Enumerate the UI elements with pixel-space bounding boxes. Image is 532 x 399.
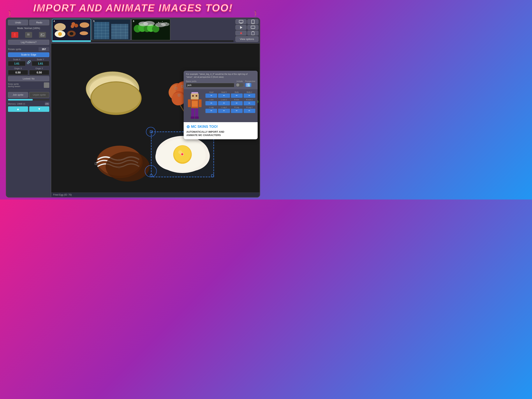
keep-tween-label: Keep spriteduring tween: [8, 83, 20, 87]
tablet-button[interactable]: [247, 19, 258, 24]
head2-button[interactable]: ✏: [218, 94, 230, 98]
nav-arrows: ▲ ▼: [8, 106, 49, 112]
larm-col: L Arm ✏: [205, 99, 217, 105]
play-button[interactable]: [235, 25, 247, 30]
svg-line-3: [14, 36, 15, 37]
svg-rect-62: [252, 32, 254, 35]
larm2-col: L Arm 2 ✏: [218, 99, 230, 105]
progress-bar-container: [8, 99, 49, 101]
nav-down-arrow[interactable]: ▼: [29, 106, 49, 112]
svg-point-46: [143, 21, 155, 26]
unjoin-sprite-button[interactable]: Unjoin sprite: [29, 92, 49, 98]
head-button[interactable]: ✏: [205, 94, 217, 98]
svg-point-51: [166, 23, 166, 23]
svg-point-22: [80, 31, 88, 35]
svg-rect-109: [181, 153, 184, 155]
svg-rect-126: [191, 116, 195, 119]
rarm2-col: R Arm 2 ✏: [244, 99, 255, 105]
perspective-button[interactable]: [245, 83, 251, 87]
tab-6[interactable]: 6: [132, 19, 170, 40]
body2-button[interactable]: ✏: [244, 94, 255, 98]
origin-x-input[interactable]: 0.50: [8, 70, 28, 75]
name-prefix-label: Name prefix: [186, 80, 234, 82]
svg-point-57: [253, 23, 253, 23]
rarm-label: R Arm: [231, 99, 243, 101]
svg-point-17: [80, 22, 89, 28]
keep-tween-checkbox[interactable]: [44, 82, 49, 88]
lleg2-col: L Leg 2 ✏: [218, 106, 230, 113]
lleg-button[interactable]: ✏: [205, 109, 217, 113]
mc-skin-figure: [186, 91, 203, 120]
svg-point-6: [29, 33, 29, 34]
tab-4[interactable]: 4: [52, 19, 91, 40]
svg-rect-112: [247, 83, 248, 85]
right-toolbar: ★ View options: [234, 18, 260, 43]
tab-5[interactable]: 5: [92, 19, 131, 40]
svg-point-15: [74, 24, 78, 28]
body-button[interactable]: ✏: [231, 94, 243, 98]
name-prefix-input[interactable]: [186, 83, 234, 87]
svg-point-71: [92, 82, 140, 113]
canvas-area: For example: "steve_leg_rt_0" would be t…: [51, 44, 260, 197]
scale-y-input[interactable]: 1.61: [32, 61, 49, 66]
join-sprite-button[interactable]: Join sprite: [8, 92, 28, 98]
lag-problems-button[interactable]: Lag Problems?: [8, 40, 49, 45]
svg-rect-122: [188, 99, 191, 107]
svg-rect-11: [41, 33, 44, 36]
person-tool[interactable]: [11, 32, 18, 38]
head2-col: Head 2 ✏: [218, 91, 230, 98]
undo-button[interactable]: Undo: [8, 20, 28, 25]
larm2-button[interactable]: ✏: [218, 101, 230, 105]
lleg-label: L Leg: [205, 106, 217, 108]
lleg2-button[interactable]: ✏: [218, 109, 230, 113]
star-button[interactable]: ★: [235, 31, 247, 35]
include-col: Include: [236, 80, 244, 87]
body-label: Body: [231, 91, 243, 93]
origin-y-col: Origin Y 0.50: [29, 67, 49, 75]
group-tool[interactable]: [25, 32, 32, 38]
origin-row: Origin X 0.50 Origin Y 0.50: [8, 67, 49, 75]
body2-label: Body 2: [244, 91, 255, 93]
nav-up-arrow[interactable]: ▲: [8, 106, 28, 112]
rotate-row: Rotate sprite 357: [8, 47, 49, 51]
clipboard-button[interactable]: [247, 31, 258, 35]
progress-bar: [8, 99, 33, 101]
svg-rect-123: [199, 99, 202, 107]
redo-button[interactable]: Redo: [29, 20, 49, 25]
scale-x-input[interactable]: 1.61: [8, 61, 25, 66]
svg-point-16: [71, 25, 74, 28]
body2-col: Body 2 ✏: [244, 91, 255, 98]
tab-4-number: 4: [54, 20, 55, 23]
view-options-button[interactable]: View options: [235, 36, 258, 42]
mc-skins-desc: AUTOMATICALLY IMPORT ANDANIMATE MC CHARA…: [186, 130, 255, 137]
page-title: IMPORT AND ANIMATE IMAGES TOO!: [0, 0, 266, 15]
lleg-col: L Leg ✏: [205, 106, 217, 113]
scale-edge-button[interactable]: Scale to: Edge: [8, 52, 49, 57]
rarm2-button[interactable]: ✏: [244, 101, 255, 105]
svg-rect-117: [191, 94, 199, 99]
svg-point-5: [27, 33, 28, 34]
tool-icons-row: [8, 31, 49, 39]
rleg2-button[interactable]: ✏: [244, 109, 255, 113]
tab-6-number: 6: [133, 20, 134, 23]
status-text: Fried Egg (ID: 70): [53, 193, 72, 196]
tab-scroll-thumb[interactable]: [52, 40, 91, 42]
origin-y-input[interactable]: 0.50: [29, 70, 49, 75]
rarm-button[interactable]: ✏: [231, 101, 243, 105]
monitor-button[interactable]: [235, 19, 247, 24]
monitor2-button[interactable]: [247, 25, 258, 30]
scale-x-col: Scale X 1.61: [8, 58, 25, 66]
image-tool[interactable]: [39, 32, 46, 38]
svg-point-48: [161, 22, 169, 26]
rarm2-label: R Arm 2: [244, 99, 255, 101]
larm-button[interactable]: ✏: [205, 101, 217, 105]
svg-rect-113: [248, 83, 250, 85]
status-bar: Fried Egg (ID: 70): [51, 193, 260, 197]
rleg-label: R Leg: [231, 106, 243, 108]
mc-panel-top: For example: "steve_leg_rt_0" would be t…: [184, 71, 258, 89]
help-button[interactable]: (?): [45, 103, 49, 105]
rotate-value[interactable]: 357: [38, 47, 49, 51]
rleg-button[interactable]: ✏: [231, 109, 243, 113]
locked-button[interactable]: Locked: No: [8, 76, 49, 81]
include-toggle[interactable]: [236, 83, 244, 87]
